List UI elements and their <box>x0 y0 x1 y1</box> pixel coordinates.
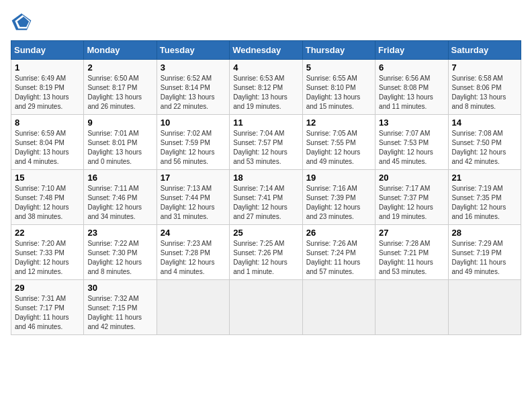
day-cell: 23 Sunrise: 7:22 AMSunset: 7:30 PMDaylig… <box>84 225 157 280</box>
day-number: 9 <box>87 118 152 128</box>
day-cell: 5 Sunrise: 6:55 AMSunset: 8:10 PMDayligh… <box>302 60 375 115</box>
day-info: Sunrise: 6:53 AMSunset: 8:12 PMDaylight:… <box>233 74 298 111</box>
day-number: 13 <box>379 118 444 128</box>
col-thursday: Thursday <box>302 41 375 60</box>
day-cell <box>302 280 375 335</box>
day-number: 28 <box>452 228 517 238</box>
day-cell: 7 Sunrise: 6:58 AMSunset: 8:06 PMDayligh… <box>448 60 521 115</box>
col-saturday: Saturday <box>448 41 521 60</box>
day-cell: 27 Sunrise: 7:28 AMSunset: 7:21 PMDaylig… <box>375 225 448 280</box>
day-cell: 3 Sunrise: 6:52 AMSunset: 8:14 PMDayligh… <box>157 60 229 115</box>
day-cell: 25 Sunrise: 7:25 AMSunset: 7:26 PMDaylig… <box>230 225 302 280</box>
day-info: Sunrise: 7:25 AMSunset: 7:26 PMDaylight:… <box>233 239 298 277</box>
day-cell: 14 Sunrise: 7:08 AMSunset: 7:50 PMDaylig… <box>448 115 521 170</box>
day-cell: 26 Sunrise: 7:26 AMSunset: 7:24 PMDaylig… <box>302 225 375 280</box>
week-row-2: 8 Sunrise: 6:59 AMSunset: 8:04 PMDayligh… <box>11 115 521 170</box>
day-cell: 15 Sunrise: 7:10 AMSunset: 7:48 PMDaylig… <box>11 170 84 225</box>
day-cell: 21 Sunrise: 7:19 AMSunset: 7:35 PMDaylig… <box>448 170 521 225</box>
day-number: 22 <box>15 228 80 238</box>
day-info: Sunrise: 6:52 AMSunset: 8:14 PMDaylight:… <box>161 74 226 111</box>
col-sunday: Sunday <box>11 41 84 60</box>
day-cell: 18 Sunrise: 7:14 AMSunset: 7:41 PMDaylig… <box>230 170 302 225</box>
calendar-table: Sunday Monday Tuesday Wednesday Thursday… <box>11 40 521 335</box>
day-info: Sunrise: 7:08 AMSunset: 7:50 PMDaylight:… <box>452 129 517 167</box>
day-info: Sunrise: 7:13 AMSunset: 7:44 PMDaylight:… <box>161 184 226 222</box>
day-info: Sunrise: 7:22 AMSunset: 7:30 PMDaylight:… <box>87 239 152 277</box>
calendar-body: 1 Sunrise: 6:49 AMSunset: 8:19 PMDayligh… <box>11 60 521 335</box>
day-number: 30 <box>87 283 152 293</box>
day-info: Sunrise: 6:55 AMSunset: 8:10 PMDaylight:… <box>306 74 371 111</box>
day-info: Sunrise: 7:17 AMSunset: 7:37 PMDaylight:… <box>379 184 444 222</box>
day-info: Sunrise: 7:14 AMSunset: 7:41 PMDaylight:… <box>233 184 298 222</box>
week-row-3: 15 Sunrise: 7:10 AMSunset: 7:48 PMDaylig… <box>11 170 521 225</box>
day-cell: 6 Sunrise: 6:56 AMSunset: 8:08 PMDayligh… <box>375 60 448 115</box>
day-info: Sunrise: 7:01 AMSunset: 8:01 PMDaylight:… <box>87 129 152 167</box>
day-info: Sunrise: 7:32 AMSunset: 7:15 PMDaylight:… <box>87 294 152 332</box>
day-number: 8 <box>15 118 80 128</box>
day-number: 17 <box>161 173 226 183</box>
day-cell <box>157 280 229 335</box>
day-number: 25 <box>233 228 298 238</box>
day-number: 26 <box>306 228 371 238</box>
day-info: Sunrise: 6:49 AMSunset: 8:19 PMDaylight:… <box>15 74 80 111</box>
day-cell: 9 Sunrise: 7:01 AMSunset: 8:01 PMDayligh… <box>84 115 157 170</box>
page-header <box>11 11 521 32</box>
day-number: 14 <box>452 118 517 128</box>
day-cell: 19 Sunrise: 7:16 AMSunset: 7:39 PMDaylig… <box>302 170 375 225</box>
day-info: Sunrise: 7:04 AMSunset: 7:57 PMDaylight:… <box>233 129 298 167</box>
day-cell: 4 Sunrise: 6:53 AMSunset: 8:12 PMDayligh… <box>230 60 302 115</box>
day-number: 11 <box>233 118 298 128</box>
day-number: 15 <box>15 173 80 183</box>
day-number: 10 <box>161 118 226 128</box>
day-info: Sunrise: 6:56 AMSunset: 8:08 PMDaylight:… <box>379 74 444 111</box>
day-number: 5 <box>306 62 371 73</box>
day-cell: 1 Sunrise: 6:49 AMSunset: 8:19 PMDayligh… <box>11 60 84 115</box>
day-info: Sunrise: 7:05 AMSunset: 7:55 PMDaylight:… <box>306 129 371 167</box>
col-tuesday: Tuesday <box>157 41 229 60</box>
day-number: 3 <box>161 62 226 73</box>
day-cell: 8 Sunrise: 6:59 AMSunset: 8:04 PMDayligh… <box>11 115 84 170</box>
day-number: 21 <box>452 173 517 183</box>
day-cell <box>448 280 521 335</box>
day-cell: 12 Sunrise: 7:05 AMSunset: 7:55 PMDaylig… <box>302 115 375 170</box>
day-number: 24 <box>161 228 226 238</box>
day-number: 20 <box>379 173 444 183</box>
day-cell <box>375 280 448 335</box>
week-row-1: 1 Sunrise: 6:49 AMSunset: 8:19 PMDayligh… <box>11 60 521 115</box>
day-cell <box>230 280 302 335</box>
day-info: Sunrise: 7:10 AMSunset: 7:48 PMDaylight:… <box>15 184 80 222</box>
day-cell: 16 Sunrise: 7:11 AMSunset: 7:46 PMDaylig… <box>84 170 157 225</box>
day-cell: 28 Sunrise: 7:29 AMSunset: 7:19 PMDaylig… <box>448 225 521 280</box>
day-number: 12 <box>306 118 371 128</box>
week-row-4: 22 Sunrise: 7:20 AMSunset: 7:33 PMDaylig… <box>11 225 521 280</box>
day-info: Sunrise: 7:23 AMSunset: 7:28 PMDaylight:… <box>161 239 226 277</box>
day-number: 16 <box>87 173 152 183</box>
day-number: 27 <box>379 228 444 238</box>
day-number: 23 <box>87 228 152 238</box>
day-cell: 20 Sunrise: 7:17 AMSunset: 7:37 PMDaylig… <box>375 170 448 225</box>
col-monday: Monday <box>84 41 157 60</box>
day-info: Sunrise: 6:58 AMSunset: 8:06 PMDaylight:… <box>452 74 517 111</box>
day-cell: 29 Sunrise: 7:31 AMSunset: 7:17 PMDaylig… <box>11 280 84 335</box>
col-friday: Friday <box>375 41 448 60</box>
day-cell: 17 Sunrise: 7:13 AMSunset: 7:44 PMDaylig… <box>157 170 229 225</box>
day-number: 6 <box>379 62 444 73</box>
day-info: Sunrise: 7:20 AMSunset: 7:33 PMDaylight:… <box>15 239 80 277</box>
day-info: Sunrise: 6:59 AMSunset: 8:04 PMDaylight:… <box>15 129 80 167</box>
day-cell: 13 Sunrise: 7:07 AMSunset: 7:53 PMDaylig… <box>375 115 448 170</box>
logo <box>11 11 36 32</box>
day-info: Sunrise: 7:29 AMSunset: 7:19 PMDaylight:… <box>452 239 517 277</box>
day-info: Sunrise: 7:16 AMSunset: 7:39 PMDaylight:… <box>306 184 371 222</box>
day-number: 2 <box>87 62 152 73</box>
day-cell: 2 Sunrise: 6:50 AMSunset: 8:17 PMDayligh… <box>84 60 157 115</box>
day-info: Sunrise: 7:11 AMSunset: 7:46 PMDaylight:… <box>87 184 152 222</box>
day-cell: 10 Sunrise: 7:02 AMSunset: 7:59 PMDaylig… <box>157 115 229 170</box>
day-info: Sunrise: 7:19 AMSunset: 7:35 PMDaylight:… <box>452 184 517 222</box>
week-row-5: 29 Sunrise: 7:31 AMSunset: 7:17 PMDaylig… <box>11 280 521 335</box>
day-cell: 11 Sunrise: 7:04 AMSunset: 7:57 PMDaylig… <box>230 115 302 170</box>
col-wednesday: Wednesday <box>230 41 302 60</box>
day-info: Sunrise: 7:02 AMSunset: 7:59 PMDaylight:… <box>161 129 226 167</box>
day-cell: 30 Sunrise: 7:32 AMSunset: 7:15 PMDaylig… <box>84 280 157 335</box>
day-cell: 24 Sunrise: 7:23 AMSunset: 7:28 PMDaylig… <box>157 225 229 280</box>
day-number: 29 <box>15 283 80 293</box>
